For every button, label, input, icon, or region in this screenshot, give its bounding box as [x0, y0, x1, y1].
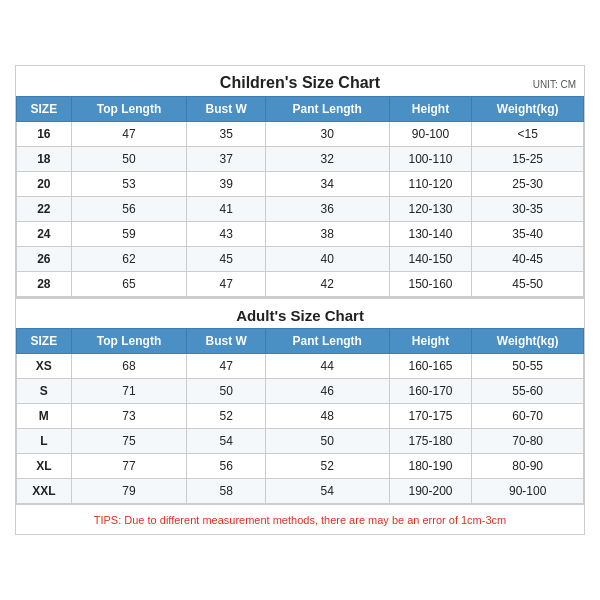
table-cell: 180-190: [389, 454, 472, 479]
table-cell: 50: [265, 429, 389, 454]
table-row: 28654742150-16045-50: [17, 272, 584, 297]
col-header-size-a: SIZE: [17, 329, 72, 354]
table-row: 26624540140-15040-45: [17, 247, 584, 272]
col-header-pantlength-a: Pant Length: [265, 329, 389, 354]
table-cell: 47: [187, 354, 265, 379]
table-cell: 65: [71, 272, 187, 297]
tips-text: TIPS: Due to different measurement metho…: [94, 514, 506, 526]
col-header-height-c: Height: [389, 97, 472, 122]
table-cell: 53: [71, 172, 187, 197]
table-cell: <15: [472, 122, 584, 147]
table-cell: 52: [187, 404, 265, 429]
children-header-row: SIZE Top Length Bust W Pant Length Heigh…: [17, 97, 584, 122]
table-row: L755450175-18070-80: [17, 429, 584, 454]
table-cell: 160-170: [389, 379, 472, 404]
table-cell: 16: [17, 122, 72, 147]
table-cell: 59: [71, 222, 187, 247]
table-cell: XL: [17, 454, 72, 479]
adult-header-row: SIZE Top Length Bust W Pant Length Heigh…: [17, 329, 584, 354]
table-cell: 75: [71, 429, 187, 454]
table-cell: 90-100: [472, 479, 584, 504]
table-cell: L: [17, 429, 72, 454]
table-cell: 110-120: [389, 172, 472, 197]
adult-title-row: Adult's Size Chart: [16, 297, 584, 328]
col-header-weight-c: Weight(kg): [472, 97, 584, 122]
table-cell: 54: [187, 429, 265, 454]
table-cell: 24: [17, 222, 72, 247]
table-cell: 56: [71, 197, 187, 222]
table-row: XXL795854190-20090-100: [17, 479, 584, 504]
table-cell: 35-40: [472, 222, 584, 247]
table-cell: 22: [17, 197, 72, 222]
table-cell: 175-180: [389, 429, 472, 454]
table-row: XL775652180-19080-90: [17, 454, 584, 479]
table-cell: 15-25: [472, 147, 584, 172]
table-cell: 18: [17, 147, 72, 172]
table-cell: 140-150: [389, 247, 472, 272]
col-header-bustw-c: Bust W: [187, 97, 265, 122]
table-row: 24594338130-14035-40: [17, 222, 584, 247]
table-cell: 90-100: [389, 122, 472, 147]
table-cell: 150-160: [389, 272, 472, 297]
size-chart-container: Children's Size Chart UNIT: CM SIZE Top …: [15, 65, 585, 535]
table-cell: 28: [17, 272, 72, 297]
table-cell: 42: [265, 272, 389, 297]
tips-row: TIPS: Due to different measurement metho…: [16, 504, 584, 534]
table-cell: 47: [187, 272, 265, 297]
table-cell: 36: [265, 197, 389, 222]
table-cell: 79: [71, 479, 187, 504]
col-header-bustw-a: Bust W: [187, 329, 265, 354]
table-cell: 77: [71, 454, 187, 479]
table-cell: 52: [265, 454, 389, 479]
table-cell: 190-200: [389, 479, 472, 504]
table-cell: 20: [17, 172, 72, 197]
table-cell: 43: [187, 222, 265, 247]
table-cell: 73: [71, 404, 187, 429]
table-cell: 56: [187, 454, 265, 479]
table-cell: 54: [265, 479, 389, 504]
table-cell: 55-60: [472, 379, 584, 404]
table-cell: 30-35: [472, 197, 584, 222]
table-cell: 71: [71, 379, 187, 404]
table-cell: 50: [71, 147, 187, 172]
col-header-height-a: Height: [389, 329, 472, 354]
table-cell: 160-165: [389, 354, 472, 379]
table-cell: 47: [71, 122, 187, 147]
table-cell: 80-90: [472, 454, 584, 479]
table-cell: 50: [187, 379, 265, 404]
table-cell: 50-55: [472, 354, 584, 379]
table-cell: XS: [17, 354, 72, 379]
table-cell: 68: [71, 354, 187, 379]
col-header-weight-a: Weight(kg): [472, 329, 584, 354]
table-cell: 70-80: [472, 429, 584, 454]
table-cell: 37: [187, 147, 265, 172]
table-cell: 41: [187, 197, 265, 222]
table-cell: 40: [265, 247, 389, 272]
table-cell: 45: [187, 247, 265, 272]
table-row: 18503732100-11015-25: [17, 147, 584, 172]
children-table: SIZE Top Length Bust W Pant Length Heigh…: [16, 96, 584, 297]
table-cell: 60-70: [472, 404, 584, 429]
table-cell: 44: [265, 354, 389, 379]
col-header-size-c: SIZE: [17, 97, 72, 122]
table-cell: XXL: [17, 479, 72, 504]
table-cell: 30: [265, 122, 389, 147]
table-cell: 34: [265, 172, 389, 197]
table-cell: 25-30: [472, 172, 584, 197]
col-header-pantlength-c: Pant Length: [265, 97, 389, 122]
children-chart-title: Children's Size Chart: [220, 74, 380, 91]
table-cell: 58: [187, 479, 265, 504]
table-cell: 46: [265, 379, 389, 404]
table-cell: S: [17, 379, 72, 404]
table-row: 22564136120-13030-35: [17, 197, 584, 222]
table-cell: 38: [265, 222, 389, 247]
table-cell: 40-45: [472, 247, 584, 272]
table-cell: 62: [71, 247, 187, 272]
table-row: M735248170-17560-70: [17, 404, 584, 429]
table-cell: M: [17, 404, 72, 429]
table-cell: 39: [187, 172, 265, 197]
children-title-row: Children's Size Chart UNIT: CM: [16, 66, 584, 96]
col-header-toplength-a: Top Length: [71, 329, 187, 354]
table-cell: 32: [265, 147, 389, 172]
table-cell: 170-175: [389, 404, 472, 429]
